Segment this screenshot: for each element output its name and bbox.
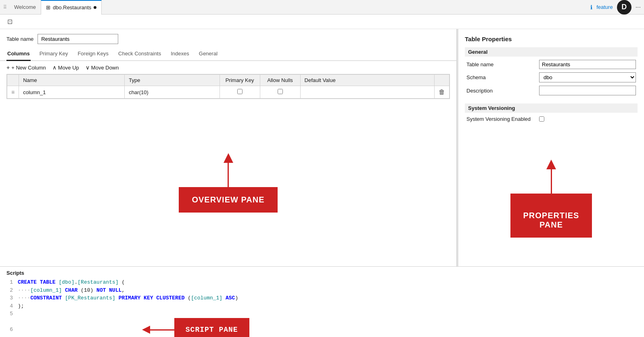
script-line-6: 6	[6, 326, 21, 334]
props-description-label: Description	[466, 88, 539, 94]
save-icon-button[interactable]: ⊡	[5, 16, 15, 27]
cell-primary-key[interactable]	[220, 86, 260, 99]
overview-annotation-area: OVERVIEW PANE	[0, 99, 456, 266]
cell-type[interactable]: char(10)	[125, 86, 220, 99]
general-section-label: General	[465, 47, 638, 57]
props-table-name-row: Table name	[465, 60, 638, 69]
active-tab-label: dbo.Restaurants	[53, 4, 91, 11]
arrow-line	[228, 163, 229, 187]
overview-arrow	[224, 153, 233, 187]
arrow-head-up-icon	[224, 153, 233, 163]
col-header-handle	[7, 75, 19, 86]
system-versioning-checkbox[interactable]	[539, 116, 544, 122]
scripts-label: Scripts	[6, 270, 638, 276]
props-description-row: Description	[465, 86, 638, 95]
feature-label[interactable]: feature	[596, 4, 613, 10]
script-annotation-area: SCRIPT PANE	[142, 318, 249, 337]
new-column-button[interactable]: + + New Column	[6, 64, 46, 71]
overview-pane: Table name Columns Primary Key Foreign K…	[0, 29, 457, 266]
table-row: ≡ column_1 char(10) 🗑	[7, 86, 450, 99]
line-num-6: 6	[6, 326, 13, 334]
script-line-4: 4 );	[6, 302, 638, 310]
table-icon: ⊞	[46, 4, 50, 11]
script-annotation-box: SCRIPT PANE	[174, 318, 249, 337]
main-content: Table name Columns Primary Key Foreign K…	[0, 29, 644, 266]
props-description-input[interactable]	[539, 86, 636, 95]
tab-bar-right: ℹ feature D ···	[590, 0, 641, 15]
col-header-actions	[435, 75, 450, 86]
line-num-1: 1	[6, 278, 13, 286]
properties-annotation-box: PROPERTIES PANE	[510, 194, 592, 238]
col-header-allow-nulls: Allow Nulls	[260, 75, 300, 86]
chevron-down-icon: ∨	[86, 64, 90, 71]
move-down-label: Move Down	[91, 65, 119, 71]
scripts-content: 1 CREATE TABLE [dbo].[Restaurants] ( 2 ·…	[6, 278, 638, 337]
info-icon[interactable]: ℹ	[590, 4, 592, 11]
tab-indexes[interactable]: Indexes	[170, 47, 190, 61]
table-name-label: Table name	[6, 36, 33, 42]
tab-general[interactable]: General	[198, 47, 218, 61]
script-line-5: 5	[6, 310, 638, 318]
tab-check-constraints[interactable]: Check Constraints	[117, 47, 162, 61]
tab-dbo-restaurants[interactable]: ⊞ dbo.Restaurants	[41, 0, 102, 15]
welcome-tab-label: Welcome	[14, 4, 36, 10]
new-column-label: + New Column	[11, 65, 46, 71]
tab-bar: ⠿ Welcome ⊞ dbo.Restaurants ℹ feature D …	[0, 0, 644, 15]
props-system-versioning-label: System Versioning Enabled	[466, 116, 539, 122]
props-system-versioning-row: System Versioning Enabled	[465, 116, 638, 122]
script-line-3: 3 ····CONSTRAINT [PK_Restaurants] PRIMAR…	[6, 294, 638, 302]
primary-key-checkbox[interactable]	[237, 89, 243, 94]
columns-table: Name Type Primary Key Allow Nulls Defaul…	[6, 74, 450, 99]
save-icon: ⊡	[7, 18, 13, 25]
script-line-1: 1 CREATE TABLE [dbo].[Restaurants] (	[6, 278, 638, 286]
tab-primary-key[interactable]: Primary Key	[39, 47, 69, 61]
props-arrow-line	[551, 169, 552, 194]
table-name-input[interactable]	[38, 34, 118, 44]
script-arrow	[142, 326, 174, 334]
column-toolbar: + + New Column ∧ Move Up ∨ Move Down	[0, 61, 456, 74]
scripts-section: Scripts 1 CREATE TABLE [dbo].[Restaurant…	[0, 266, 644, 337]
col-header-type: Type	[125, 75, 220, 86]
properties-arrow	[546, 160, 556, 194]
script-arrow-head-icon	[142, 326, 150, 334]
line-num-2: 2	[6, 286, 13, 295]
script-line-2: 2 ····[column_1] CHAR (10) NOT NULL,	[6, 286, 638, 295]
chevron-up-icon: ∧	[52, 64, 56, 71]
cell-name[interactable]: column_1	[19, 86, 125, 99]
more-button[interactable]: ···	[636, 4, 641, 11]
content-tabs: Columns Primary Key Foreign Keys Check C…	[0, 47, 456, 61]
delete-row-button[interactable]: 🗑	[439, 88, 445, 96]
cell-allow-nulls[interactable]	[260, 86, 300, 99]
move-down-button[interactable]: ∨ Move Down	[86, 64, 119, 71]
col-header-name: Name	[19, 75, 125, 86]
drag-handle-icon: ⠿	[3, 4, 7, 10]
props-schema-row: Schema dbo	[465, 72, 638, 82]
row-drag-handle-icon[interactable]: ≡	[11, 89, 15, 95]
properties-pane: Table Properties General Table name Sche…	[458, 29, 644, 266]
props-table-name-input[interactable]	[539, 60, 636, 69]
scripts-bottom: 6 SCRIPT PANE	[6, 318, 638, 337]
cell-default-value[interactable]	[300, 86, 434, 99]
secondary-toolbar: ⊡	[0, 15, 644, 29]
tab-columns[interactable]: Columns	[6, 47, 31, 61]
col-header-default-value: Default Value	[300, 75, 434, 86]
props-table-name-label: Table name	[466, 61, 539, 67]
overview-annotation-box: OVERVIEW PANE	[179, 187, 277, 213]
system-versioning-section-label: System Versioning	[465, 103, 638, 113]
allow-nulls-checkbox[interactable]	[278, 89, 283, 94]
props-schema-select[interactable]: dbo	[539, 72, 636, 82]
script-arrow-line	[150, 329, 174, 331]
tab-foreign-keys[interactable]: Foreign Keys	[77, 47, 109, 61]
move-up-label: Move Up	[58, 65, 79, 71]
line-num-4: 4	[6, 302, 13, 310]
props-arrow-head-icon	[546, 160, 556, 169]
line-num-5: 5	[6, 310, 13, 318]
col-header-primary-key: Primary Key	[220, 75, 260, 86]
table-name-row: Table name	[0, 29, 456, 47]
tab-welcome[interactable]: Welcome	[9, 0, 41, 15]
plus-icon: +	[6, 64, 10, 71]
user-avatar[interactable]: D	[617, 0, 631, 15]
line-num-3: 3	[6, 294, 13, 302]
props-schema-label: Schema	[466, 74, 539, 80]
move-up-button[interactable]: ∧ Move Up	[52, 64, 79, 71]
